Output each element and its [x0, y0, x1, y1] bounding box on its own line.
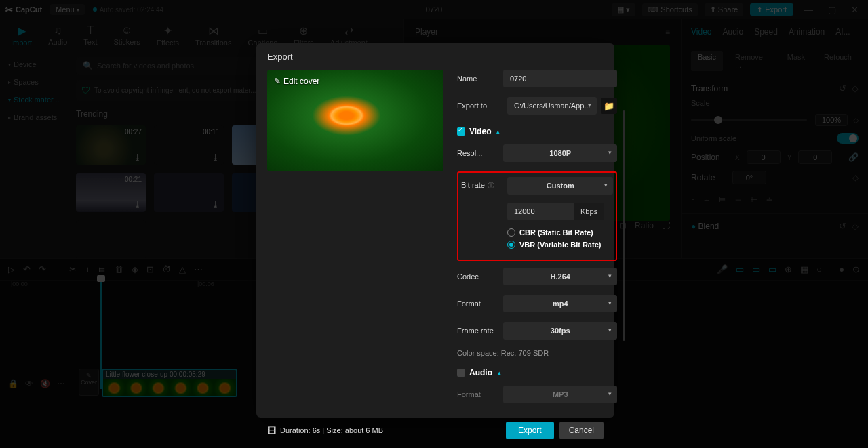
bitrate-select[interactable]: Custom	[507, 177, 613, 195]
bitrate-label: Bit rateⓘ	[461, 181, 507, 190]
export-duration-info: Duration: 6s | Size: about 6 MB	[267, 426, 383, 436]
export-name-input[interactable]	[503, 70, 617, 87]
cbr-radio[interactable]: CBR (Static Bit Rate)	[507, 228, 613, 237]
framerate-select[interactable]: 30fps	[503, 322, 617, 340]
format-label: Format	[457, 300, 503, 308]
export-title: Export	[256, 43, 614, 70]
name-label: Name	[457, 75, 503, 83]
vbr-radio[interactable]: VBR (Variable Bit Rate)	[507, 241, 613, 249]
audio-checkbox[interactable]	[457, 369, 465, 377]
colorspace-label: Color space: Rec. 709 SDR	[457, 349, 617, 357]
video-section-header[interactable]: Video	[457, 127, 617, 136]
resolution-label: Resol...	[457, 149, 503, 157]
pencil-icon: ✎	[274, 77, 281, 86]
bitrate-highlight-box: Bit rateⓘ Custom Kbps CBR (Static Bit Ra…	[457, 171, 617, 261]
audio-format-label: Format	[457, 390, 503, 399]
kbps-unit: Kbps	[574, 203, 604, 220]
audio-section-header[interactable]: Audio	[457, 368, 617, 378]
export-confirm-button[interactable]: Export	[506, 422, 554, 439]
export-path-select[interactable]: C:/Users/Usman/App...	[507, 97, 597, 115]
export-cancel-button[interactable]: Cancel	[559, 422, 604, 439]
export-cover-preview[interactable]: ✎Edit cover	[267, 70, 443, 171]
format-select[interactable]: mp4	[503, 295, 617, 312]
video-checkbox[interactable]	[457, 127, 465, 136]
info-icon[interactable]: ⓘ	[488, 182, 494, 189]
codec-select[interactable]: H.264	[503, 268, 617, 285]
codec-label: Codec	[457, 272, 503, 281]
edit-cover-button[interactable]: ✎Edit cover	[274, 77, 319, 86]
exportto-label: Export to	[457, 102, 503, 110]
framerate-label: Frame rate	[457, 327, 503, 335]
folder-icon[interactable]: 📁	[601, 98, 617, 114]
bitrate-kbps-input[interactable]	[507, 203, 574, 220]
export-modal: Export ✎Edit cover Name Export to C:/Use…	[256, 43, 614, 418]
scrollbar[interactable]	[623, 110, 625, 341]
audio-format-select: MP3	[503, 386, 617, 403]
resolution-select[interactable]: 1080P	[503, 144, 617, 162]
